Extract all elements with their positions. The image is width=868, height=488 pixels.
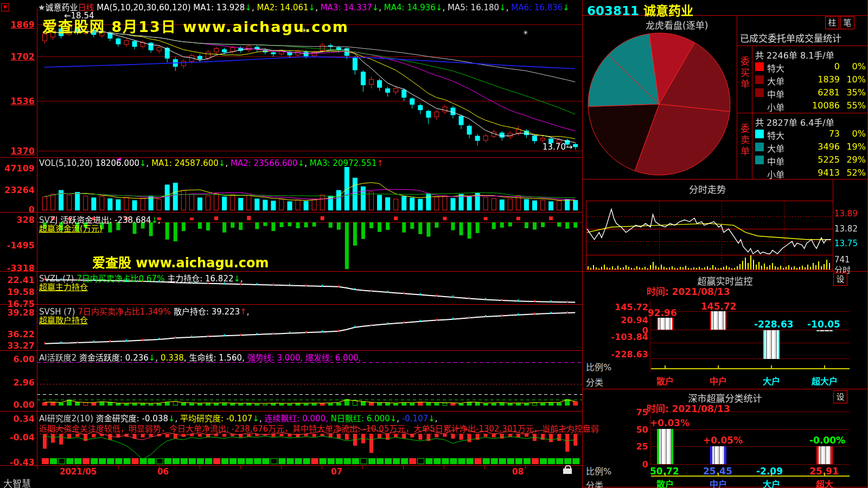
sz-bar-value: -2.09 <box>756 466 783 477</box>
grid-line <box>651 311 849 312</box>
divider <box>0 271 582 272</box>
minute-price-label: 13.82 <box>834 224 858 234</box>
grid-line <box>651 412 849 412</box>
divider <box>0 304 582 305</box>
sell-side-label: 委卖单 <box>738 124 751 158</box>
pen-mode-button[interactable]: 笔 <box>840 16 854 29</box>
order-row-cell: 6281 <box>792 87 840 98</box>
sell-group-header: 共 2827单 6.4手/单 <box>755 115 834 129</box>
star-marker: ✳ <box>302 27 307 34</box>
y-tick: 6.00 <box>0 354 35 364</box>
table-divider <box>752 46 752 179</box>
swatch-icon <box>755 130 764 138</box>
monitor-y-tick: -228.63 <box>602 349 648 359</box>
minute-price-label: 13.89 <box>834 209 858 219</box>
divider <box>0 350 582 351</box>
order-row-cell: 29% <box>841 155 866 165</box>
stock-name: 诚意药业 <box>643 4 693 18</box>
minute-chart[interactable] <box>586 193 833 271</box>
sz-y-tick: 50 <box>618 425 648 435</box>
order-row-cell: 0 <box>792 61 840 72</box>
sz-bar-pct: +0.03% <box>650 418 690 428</box>
order-row-cell: 3496 <box>792 142 840 152</box>
grid-line <box>651 343 849 343</box>
grid-line <box>651 429 849 430</box>
date-ticks <box>37 466 582 469</box>
monitor-ratio-label: 比例% <box>586 360 611 373</box>
monitor-bar <box>816 330 833 331</box>
monitor-category: 散户 <box>656 374 674 387</box>
monitor-bar-value: -228.63 <box>754 319 794 330</box>
sz-category: 中户 <box>710 477 727 488</box>
order-row-cell: 1839 <box>792 74 840 85</box>
monitor-cat-label: 分类 <box>586 375 603 388</box>
monitor-y-tick: 20.94 <box>602 315 648 325</box>
swatch-icon <box>755 88 764 97</box>
order-row-cell: 5225 <box>792 155 840 165</box>
app-window: ★诚意药业日线 MA(5,10,20,30,60,120) MA1: 13.92… <box>0 0 868 488</box>
order-row-cell: 55% <box>841 100 866 111</box>
monitor-category: 超大户 <box>812 374 838 387</box>
date-label: 07 <box>331 467 342 477</box>
monitor-category: 大户 <box>763 374 780 387</box>
y-tick: 0.00 <box>0 400 35 410</box>
panel-divider <box>582 0 583 488</box>
divider <box>737 46 868 46</box>
grid-line <box>651 358 849 359</box>
sz-bar-pct: -0.00% <box>809 435 845 446</box>
svzl-sublabel: 超赢主力持仓 <box>39 281 88 292</box>
y-tick: 1536 <box>0 96 35 106</box>
y-tick: 1702 <box>0 52 35 62</box>
y-tick: -3318 <box>0 263 35 273</box>
sz-y-tick: 75 <box>618 407 648 418</box>
sz-cat-label: 分类 <box>586 478 603 488</box>
star-marker: ✳ <box>77 27 82 34</box>
volume-title: VOL(5,10,20) 18206.000↓, MA1: 24587.600↓… <box>39 158 384 168</box>
svzj-sublabel: 超赢资金流(万元) <box>39 222 103 234</box>
divider <box>582 389 868 389</box>
sz-category: 超大 <box>816 477 833 488</box>
ai-research-title: AI研究度2(10) 资金研究度: -0.038↓, 平均研究度: -0.107… <box>39 412 438 423</box>
order-row-cell: 19% <box>841 142 866 152</box>
order-row-cell: 10% <box>841 74 866 85</box>
order-row-cell: 73 <box>792 129 840 139</box>
monitor-bar-value: 145.72 <box>701 301 737 312</box>
divider <box>0 157 582 158</box>
y-tick: 47109 <box>0 163 35 174</box>
bar-mode-button[interactable]: 柱 <box>825 16 839 29</box>
y-tick: 1869 <box>0 20 35 30</box>
order-row-cell: 9413 <box>792 168 840 178</box>
snapshot-icon[interactable] <box>1 3 9 11</box>
monitor-bar <box>763 330 780 359</box>
monitor-time: 时间: 2021/08/13 <box>647 284 730 298</box>
grid-line <box>651 464 849 465</box>
ai-research-summary: 近期大资金关注度较低，明显弱势，今日大单净流出: -238.676万元，其中特大… <box>39 422 599 434</box>
y-tick: 2.96 <box>0 377 35 388</box>
sz-bar <box>657 429 673 464</box>
stock-header: 603811 诚意药业 <box>587 1 693 19</box>
date-label: 2021/05 <box>60 467 97 477</box>
swatch-icon <box>755 156 764 164</box>
buy-group-header: 共 2246单 8.1手/单 <box>755 48 834 61</box>
swatch-icon <box>755 62 764 71</box>
divider <box>737 113 868 113</box>
sz-bar-pct: +0.05% <box>703 435 743 446</box>
order-row-cell: 52% <box>841 168 866 178</box>
y-tick: 0 <box>0 204 35 215</box>
buy-side-label: 委买单 <box>738 56 751 91</box>
y-tick: 39.28 <box>0 307 35 318</box>
sz-baseline <box>651 476 850 477</box>
star-marker: ✳ <box>523 29 528 36</box>
svsh-sublabel: 超赢散户持仓 <box>39 314 88 325</box>
monitor-settings-button[interactable]: 设 <box>833 273 847 286</box>
y-tick: 1370 <box>0 146 35 156</box>
sz-y-tick: 25 <box>618 441 648 452</box>
y-tick: 0.34 <box>0 414 35 424</box>
sz-settings-button[interactable]: 设 <box>833 390 847 403</box>
ai-activity-title: AI活跃度2 资金活跃度: 0.236↓, 0.338, 生命线: 1.560,… <box>39 351 361 363</box>
order-row-cell: 0% <box>841 61 866 72</box>
y-tick: 22.41 <box>0 275 35 285</box>
minute-price-label: 13.75 <box>834 239 858 248</box>
swatch-icon <box>755 75 764 84</box>
y-tick: -0.43 <box>0 457 35 467</box>
